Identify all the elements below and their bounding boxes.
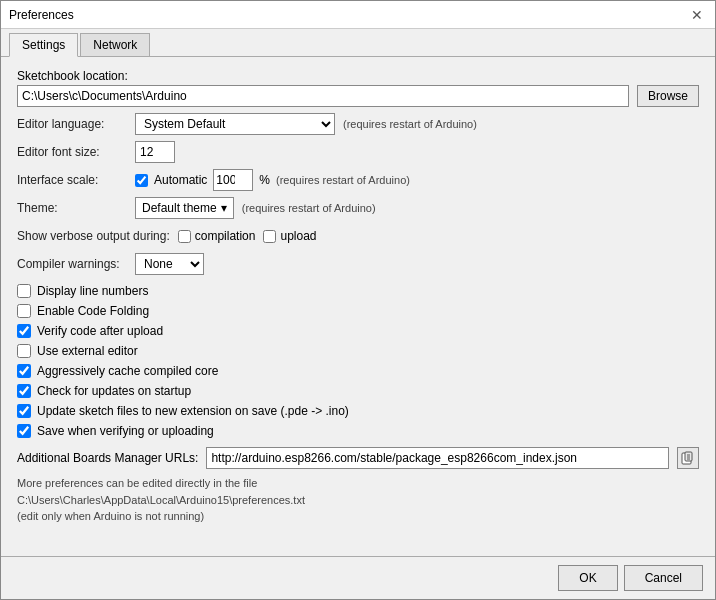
editor-font-size-input[interactable]	[135, 141, 175, 163]
preferences-dialog: Preferences ✕ Settings Network Sketchboo…	[0, 0, 716, 600]
checkbox-row-0: Display line numbers	[17, 281, 699, 301]
additional-boards-row: Additional Boards Manager URLs:	[17, 447, 699, 469]
close-button[interactable]: ✕	[687, 8, 707, 22]
compilation-label: compilation	[195, 229, 256, 243]
verbose-label: Show verbose output during:	[17, 229, 170, 243]
ok-button[interactable]: OK	[558, 565, 617, 591]
sketchbook-label: Sketchbook location:	[17, 69, 699, 83]
info-line2: C:\Users\Charles\AppData\Local\Arduino15…	[17, 492, 699, 509]
theme-row: Theme: Default theme ▾ (requires restart…	[17, 197, 699, 219]
checkbox-row-4: Aggressively cache compiled core	[17, 361, 699, 381]
external-editor-label: Use external editor	[37, 344, 138, 358]
upload-group: upload	[263, 229, 316, 243]
sketchbook-input[interactable]	[17, 85, 629, 107]
checkbox-row-1: Enable Code Folding	[17, 301, 699, 321]
tab-bar: Settings Network	[1, 29, 715, 57]
compiler-warnings-select[interactable]: None Default More All	[135, 253, 204, 275]
dialog-title: Preferences	[9, 8, 74, 22]
aggressively-cache-checkbox[interactable]	[17, 364, 31, 378]
verbose-options: compilation upload	[178, 229, 317, 243]
enable-code-folding-label: Enable Code Folding	[37, 304, 149, 318]
sketchbook-section: Sketchbook location: Browse	[17, 69, 699, 107]
checkbox-row-7: Save when verifying or uploading	[17, 421, 699, 441]
editor-language-hint: (requires restart of Arduino)	[343, 118, 477, 130]
checkbox-row-2: Verify code after upload	[17, 321, 699, 341]
file-browse-icon[interactable]	[677, 447, 699, 469]
verbose-row: Show verbose output during: compilation …	[17, 225, 699, 247]
enable-code-folding-checkbox[interactable]	[17, 304, 31, 318]
editor-language-select[interactable]: System Default	[135, 113, 335, 135]
upload-checkbox[interactable]	[263, 230, 276, 243]
check-updates-checkbox[interactable]	[17, 384, 31, 398]
verify-code-checkbox[interactable]	[17, 324, 31, 338]
save-when-verifying-checkbox[interactable]	[17, 424, 31, 438]
display-line-numbers-checkbox[interactable]	[17, 284, 31, 298]
additional-boards-input[interactable]	[206, 447, 669, 469]
title-bar: Preferences ✕	[1, 1, 715, 29]
theme-label: Theme:	[17, 201, 127, 215]
info-line1: More preferences can be edited directly …	[17, 475, 699, 492]
sketchbook-row: Browse	[17, 85, 699, 107]
upload-label: upload	[280, 229, 316, 243]
interface-scale-row: Interface scale: Automatic % (requires r…	[17, 169, 699, 191]
aggressively-cache-label: Aggressively cache compiled core	[37, 364, 218, 378]
save-when-verifying-label: Save when verifying or uploading	[37, 424, 214, 438]
scale-unit: %	[259, 173, 270, 187]
compiler-warnings-label: Compiler warnings:	[17, 257, 127, 271]
cancel-button[interactable]: Cancel	[624, 565, 703, 591]
display-line-numbers-label: Display line numbers	[37, 284, 148, 298]
editor-font-size-row: Editor font size:	[17, 141, 699, 163]
update-sketch-checkbox[interactable]	[17, 404, 31, 418]
theme-value: Default theme	[142, 201, 217, 215]
checkbox-row-3: Use external editor	[17, 341, 699, 361]
editor-language-row: Editor language: System Default (require…	[17, 113, 699, 135]
check-updates-label: Check for updates on startup	[37, 384, 191, 398]
checkbox-row-6: Update sketch files to new extension on …	[17, 401, 699, 421]
update-sketch-label: Update sketch files to new extension on …	[37, 404, 349, 418]
bottom-bar: OK Cancel	[1, 556, 715, 599]
tab-settings[interactable]: Settings	[9, 33, 78, 57]
tab-network[interactable]: Network	[80, 33, 150, 56]
checkbox-row-5: Check for updates on startup	[17, 381, 699, 401]
additional-boards-label: Additional Boards Manager URLs:	[17, 451, 198, 465]
auto-scale-checkbox[interactable]	[135, 174, 148, 187]
info-section: More preferences can be edited directly …	[17, 475, 699, 525]
compiler-warnings-row: Compiler warnings: None Default More All	[17, 253, 699, 275]
interface-scale-label: Interface scale:	[17, 173, 127, 187]
theme-select-button[interactable]: Default theme ▾	[135, 197, 234, 219]
verify-code-label: Verify code after upload	[37, 324, 163, 338]
auto-scale-label: Automatic	[154, 173, 207, 187]
browse-button[interactable]: Browse	[637, 85, 699, 107]
scale-controls: Automatic % (requires restart of Arduino…	[135, 169, 410, 191]
editor-language-label: Editor language:	[17, 117, 127, 131]
chevron-down-icon: ▾	[221, 201, 227, 215]
editor-font-size-label: Editor font size:	[17, 145, 127, 159]
info-line3: (edit only when Arduino is not running)	[17, 508, 699, 525]
theme-hint: (requires restart of Arduino)	[242, 202, 376, 214]
compilation-checkbox[interactable]	[178, 230, 191, 243]
settings-panel: Sketchbook location: Browse Editor langu…	[1, 57, 715, 556]
scale-value-input[interactable]	[213, 169, 253, 191]
compilation-group: compilation	[178, 229, 256, 243]
interface-scale-hint: (requires restart of Arduino)	[276, 174, 410, 186]
external-editor-checkbox[interactable]	[17, 344, 31, 358]
checkboxes-section: Display line numbers Enable Code Folding…	[17, 281, 699, 441]
